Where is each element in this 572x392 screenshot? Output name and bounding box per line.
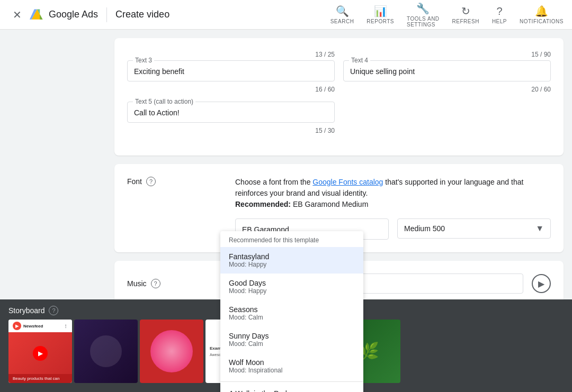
font-weight-select-wrapper[interactable]: Medium 500 Thin 100 Light 300 Regular 40… [397,218,551,239]
text3-label: Text 3 [133,57,154,64]
help-label: HELP [492,19,507,24]
app-name: Google Ads [49,9,98,20]
newsfeed-body: ▶ [8,332,72,374]
thumbnail-pink[interactable] [140,320,203,383]
search-label: SEARCH [330,19,354,24]
storyboard-help-icon[interactable]: ? [49,306,58,315]
font-recommended-label: Recommended: [235,200,291,208]
search-icon: 🔍 [336,5,349,17]
music-label: Music ? [127,279,222,288]
sunny-days-name: Sunny Days [229,332,355,340]
text3-char-count: 16 / 60 [127,86,335,93]
notifications-icon: 🔔 [535,5,548,17]
nav-actions: 🔍 SEARCH 📊 REPORTS 🔧 TOOLS ANDSETTINGS ↻… [330,2,564,28]
text4-input[interactable] [350,65,544,78]
dropdown-divider [220,381,363,382]
text5-spacer-count [343,127,551,134]
refresh-action[interactable]: ↻ REFRESH [452,5,479,24]
google-fonts-link[interactable]: Google Fonts catalog [312,178,383,186]
dropdown-item-wolf-moon[interactable]: Wolf Moon Mood: Inspirational [220,353,363,379]
newsfeed-footer: Beauty products that can [8,374,72,383]
text-fields-card: 13 / 25 15 / 90 Text 3 Text 4 [114,38,564,156]
text5-input[interactable] [134,106,328,119]
text3-field-wrapper[interactable]: Text 3 [127,60,335,81]
nav-divider [106,7,107,22]
text4-char-count: 15 / 90 [343,51,551,58]
text-fields-row-1: Text 3 Text 4 [127,60,551,81]
font-recommended-value: EB Garamond Medium [293,200,368,208]
text3-group: Text 3 [127,60,335,81]
dropdown-section-header: Recommended for this template [220,231,363,247]
dropdown-item-walk-in-park[interactable]: A Walk in the Park Mood: Happy [220,384,363,392]
dropdown-item-good-days[interactable]: Good Days Mood: Happy [220,274,363,300]
pink-thumb-circle [150,330,193,372]
google-ads-logo-icon [30,7,44,22]
dropdown-item-fantasyland[interactable]: Fantasyland Mood: Happy [220,247,363,274]
music-label-text: Music [127,279,147,288]
dropdown-item-seasons[interactable]: Seasons Mood: Calm [220,300,363,326]
text5-group: Text 5 (call to action) [127,102,335,123]
text3-input[interactable] [134,65,328,78]
text4-field-wrapper[interactable]: Text 4 [343,60,551,81]
font-section: Font ? Choose a font from the Google Fon… [127,177,551,240]
reports-label: REPORTS [367,19,394,24]
help-icon: ? [496,5,502,17]
newsfeed-channel-icon: ▶ [13,322,21,330]
char-count-row-2: 15 / 30 [127,127,551,134]
music-dropdown: Recommended for this template Fantasylan… [220,231,363,392]
music-help-icon[interactable]: ? [151,279,160,288]
font-help-icon[interactable]: ? [146,177,156,186]
refresh-icon: ↻ [461,5,470,17]
top-navigation: ✕ Google Ads Create video 🔍 SEARCH 📊 REP… [0,0,572,30]
refresh-label: REFRESH [452,19,479,24]
dropdown-item-sunny-days[interactable]: Sunny Days Mood: Calm [220,326,363,353]
font-description: Choose a font from the Google Fonts cata… [235,177,551,210]
text5-label: Text 5 (call to action) [133,98,195,105]
notifications-action[interactable]: 🔔 NOTIFICATIONS [520,5,564,24]
text-fields-row-2: Text 5 (call to action) [127,102,551,123]
logo: Google Ads [30,7,98,22]
notifications-label: NOTIFICATIONS [520,19,564,24]
thumbnail-dark[interactable] [74,320,138,383]
play-icon: ▶ [538,279,544,289]
top-char-counts: 13 / 25 15 / 90 [127,51,551,58]
reports-icon: 📊 [374,5,387,17]
thumbnail-newsfeed[interactable]: ▶ Newsfeed ⋮ ▶ Beauty products that can [8,320,72,383]
text1-char-count: 13 / 25 [127,51,335,58]
sunny-days-mood: Mood: Calm [229,340,355,348]
text5-field-wrapper[interactable]: Text 5 (call to action) [127,102,335,123]
wolf-moon-mood: Mood: Inspirational [229,367,355,374]
fantasyland-mood: Mood: Happy [229,261,355,268]
font-label-text: Font [127,177,142,186]
walk-in-park-name: A Walk in the Park [229,389,355,392]
font-weight-group: Medium 500 Thin 100 Light 300 Regular 40… [397,218,551,240]
storyboard-label: Storyboard [8,306,44,315]
tools-icon: 🔧 [416,2,430,15]
tools-label: TOOLS ANDSETTINGS [407,16,440,28]
search-action[interactable]: 🔍 SEARCH [330,5,354,24]
font-weight-select[interactable]: Medium 500 Thin 100 Light 300 Regular 40… [404,224,544,233]
newsfeed-more-icon: ⋮ [64,324,68,329]
newsfeed-label: Newsfeed [23,324,43,329]
text4-char-count-2: 20 / 60 [343,86,551,93]
text5-char-count: 15 / 30 [127,127,335,134]
good-days-mood: Mood: Happy [229,287,355,295]
play-overlay-icon: ▶ [33,346,48,361]
fantasyland-name: Fantasyland [229,252,355,261]
char-count-row-1: 16 / 60 20 / 60 [127,86,551,93]
seasons-name: Seasons [229,305,355,314]
help-action[interactable]: ? HELP [492,5,507,24]
good-days-name: Good Days [229,279,355,287]
font-label: Font ? [127,177,222,186]
text4-group: Text 4 [343,60,551,81]
seasons-mood: Mood: Calm [229,314,355,321]
dark-thumb-circle [90,335,122,367]
tools-action[interactable]: 🔧 TOOLS ANDSETTINGS [407,2,440,28]
reports-action[interactable]: 📊 REPORTS [367,5,394,24]
page-title: Create video [115,9,169,20]
wolf-moon-name: Wolf Moon [229,358,355,367]
text5-spacer [343,102,551,123]
music-play-button[interactable]: ▶ [532,274,551,293]
close-button[interactable]: ✕ [8,6,25,23]
font-content: Choose a font from the Google Fonts cata… [235,177,551,240]
